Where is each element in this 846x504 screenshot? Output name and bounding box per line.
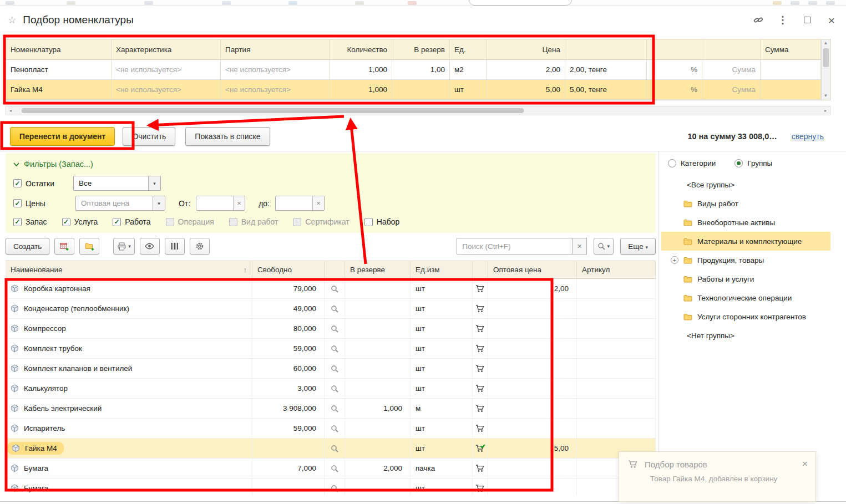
cart-cell-char[interactable]: <не используется> (112, 80, 221, 100)
add-to-cart-icon[interactable] (475, 304, 485, 313)
add-to-cart-icon[interactable] (475, 424, 485, 432)
view-icon[interactable] (140, 238, 160, 254)
price-from-field[interactable]: × (196, 196, 245, 211)
filter-checkbox[interactable]: ✓Запас (13, 217, 47, 226)
search-input[interactable] (457, 238, 572, 254)
search-detail-icon[interactable] (331, 485, 338, 492)
column-header-article[interactable]: Артикул (577, 261, 656, 279)
more-menu-icon[interactable]: ⋮ (777, 14, 788, 26)
cart-column-header-batch[interactable]: Партия (221, 39, 330, 60)
filter-checkbox[interactable]: ✓Работа (113, 217, 150, 226)
close-icon[interactable]: × (826, 14, 837, 26)
cart-column-header-pct[interactable] (647, 39, 702, 60)
cart-column-header-qty[interactable]: Количество (330, 39, 392, 60)
cart-cell-price[interactable]: 5,00 (487, 80, 565, 100)
cart-cell-unit[interactable]: м2 (450, 60, 487, 80)
more-button[interactable]: Еще ▾ (620, 238, 656, 254)
cart-cell-cur[interactable]: 2,00, тенге (565, 60, 647, 80)
cart-column-header-cur[interactable] (565, 39, 647, 60)
filter-checkbox[interactable]: ✓Услуга (62, 217, 98, 226)
clear-button[interactable]: Очистить (123, 127, 175, 146)
barcode-icon[interactable] (165, 238, 185, 254)
cart-column-header-price[interactable]: Цена (487, 39, 565, 60)
scroll-up-icon[interactable]: ▲ (824, 39, 828, 47)
group-item[interactable]: Внеоборотные активы (661, 213, 830, 232)
list-row[interactable]: Калькулятор3,000шт (6, 379, 656, 399)
search-detail-icon[interactable] (331, 445, 338, 452)
filter-checkbox-rest[interactable]: ✓ Остатки (13, 179, 54, 188)
list-row[interactable]: Кабель электрический3 908,0001,000м (6, 399, 656, 419)
cart-cell-unit[interactable]: шт (450, 80, 487, 100)
cart-column-header-name[interactable]: Номенклатура (6, 39, 112, 60)
search-detail-icon[interactable] (331, 305, 338, 313)
group-item[interactable]: +Продукция, товары (661, 251, 830, 269)
group-item[interactable]: <Нет группы> (661, 326, 830, 345)
search-detail-icon[interactable] (331, 285, 338, 293)
scroll-thumb[interactable] (22, 108, 524, 113)
column-header-price[interactable]: Оптовая цена (488, 261, 577, 279)
chevron-down-icon[interactable]: ▾ (153, 196, 165, 210)
scroll-thumb[interactable] (823, 48, 829, 67)
transfer-to-document-button[interactable]: Перенести в документ (10, 127, 115, 146)
filter-checkbox-price[interactable]: ✓ Цены (13, 199, 45, 208)
cart-cell-name[interactable]: Пенопласт (6, 60, 112, 80)
clear-icon[interactable]: × (312, 196, 324, 210)
cart-cell-sum_ph[interactable]: Сумма (702, 80, 761, 100)
cart-vertical-scrollbar[interactable]: ▲ ▼ (821, 39, 830, 100)
column-header-detail[interactable] (325, 261, 345, 279)
price-from-input[interactable] (196, 196, 233, 210)
maximize-icon[interactable] (802, 14, 813, 26)
search-detail-icon[interactable] (331, 385, 338, 393)
cart-cell-pct[interactable]: % (647, 80, 702, 100)
cart-cell-reserve[interactable]: 1,00 (392, 60, 450, 80)
list-row[interactable]: Испаритель59,000шт (6, 419, 656, 439)
group-item[interactable]: Виды работ (661, 194, 830, 213)
price-to-field[interactable]: × (275, 196, 325, 211)
filter-checkbox[interactable]: Набор (364, 217, 400, 226)
add-to-cart-icon[interactable] (475, 364, 485, 373)
cart-cell-price[interactable]: 2,00 (487, 60, 565, 80)
list-row[interactable]: Компрессор80,000шт (6, 319, 656, 339)
collapse-link[interactable]: свернуть (792, 132, 824, 141)
cart-column-header-sum[interactable]: Сумма (761, 39, 821, 60)
cart-cell-sum[interactable] (761, 60, 821, 80)
add-to-cart-icon[interactable] (475, 324, 485, 333)
cart-added-icon[interactable] (475, 444, 485, 452)
cart-cell-batch[interactable]: <не используется> (221, 60, 330, 80)
cart-horizontal-scrollbar[interactable]: ◂ ▸ (6, 106, 830, 115)
price-to-input[interactable] (276, 196, 312, 210)
cart-cell-batch[interactable]: <не используется> (221, 80, 330, 100)
radio-categories[interactable]: Категории (668, 159, 716, 167)
settings-gear-icon[interactable] (190, 238, 210, 254)
group-item[interactable]: Материалы и комплектующие (661, 232, 830, 251)
search-detail-icon[interactable] (331, 345, 338, 353)
cart-column-header-reserve[interactable]: В резерв (392, 39, 450, 60)
favorite-star-icon[interactable]: ☆ (8, 14, 16, 26)
scroll-left-icon[interactable]: ◂ (6, 107, 15, 115)
scroll-right-icon[interactable]: ▸ (821, 107, 830, 115)
group-item[interactable]: Услуги сторонних контрагентов (661, 307, 830, 326)
search-detail-icon[interactable] (331, 425, 338, 432)
scroll-track[interactable] (15, 106, 821, 115)
cart-cell-qty[interactable]: 1,000 (330, 60, 392, 80)
add-to-cart-icon[interactable] (475, 344, 485, 353)
add-to-cart-icon[interactable] (475, 464, 485, 472)
clear-search-icon[interactable]: × (572, 238, 587, 254)
list-row[interactable]: Комплект трубок59,000шт (6, 339, 656, 359)
price-type-select[interactable]: Оптовая цена ▾ (75, 196, 165, 211)
column-header-cart[interactable] (473, 261, 488, 279)
radio-groups[interactable]: Группы (734, 159, 772, 167)
filter-checkbox[interactable]: Сертификат (293, 217, 349, 226)
search-detail-icon[interactable] (331, 365, 338, 373)
group-item[interactable]: <Все группы> (661, 175, 830, 194)
add-group-icon[interactable] (79, 238, 99, 254)
create-button[interactable]: Создать (6, 238, 49, 254)
cart-cell-name[interactable]: Гайка М4 (6, 80, 112, 100)
cart-cell-qty[interactable]: 1,000 (330, 80, 392, 100)
filter-checkbox[interactable]: Вид работ (229, 217, 278, 226)
list-row[interactable]: Бумага7,0002,000пачка (6, 459, 656, 478)
add-to-cart-icon[interactable] (475, 284, 485, 293)
add-item-icon[interactable] (54, 238, 74, 254)
cart-cell-sum[interactable] (761, 80, 821, 100)
group-item[interactable]: Технологические операции (661, 288, 830, 307)
